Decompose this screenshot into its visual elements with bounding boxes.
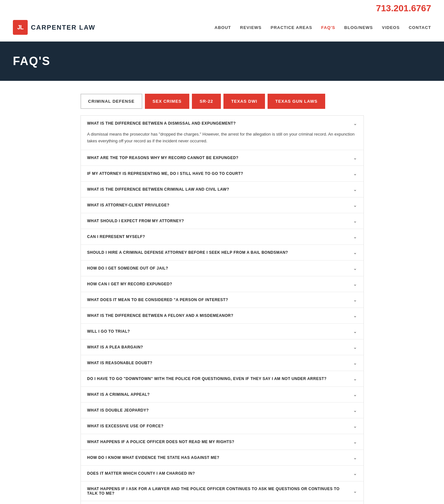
faq-item: WHAT IS THE DIFFERENCE BETWEEN CRIMINAL … — [81, 182, 364, 197]
faq-question[interactable]: WHAT IS ATTORNEY-CLIENT PRIVILEGE?⌄ — [81, 197, 364, 213]
nav-item-faq-s[interactable]: FAQ'S — [321, 25, 335, 30]
logo-icon: JL — [13, 20, 28, 35]
faq-question[interactable]: WHAT IS A PLEA BARGAIN?⌄ — [81, 339, 364, 355]
faq-item: HOW DO I KNOW WHAT EVIDENCE THE STATE HA… — [81, 450, 364, 466]
header: JL CARPENTER LAW ABOUTREVIEWSPRACTICE AR… — [0, 17, 444, 42]
nav-item-blog-news[interactable]: BLOG/NEWS — [344, 25, 373, 30]
faq-question-text: WHAT DOES IT MEAN TO BE CONSIDERED "A PE… — [87, 298, 353, 302]
faq-question[interactable]: WHAT IS DOUBLE JEOPARDY?⌄ — [81, 403, 364, 418]
faq-question[interactable]: WILL I GO TO TRIAL?⌄ — [81, 324, 364, 339]
chevron-down-icon: ⌄ — [353, 392, 357, 397]
faq-question-text: IF MY ATTORNEY IS REPRESENTING ME, DO I … — [87, 171, 353, 176]
tab-sex-crimes[interactable]: SEX CRIMES — [145, 94, 189, 109]
nav-item-reviews[interactable]: REVIEWS — [240, 25, 262, 30]
tab-texas-dwi[interactable]: TEXAS DWI — [223, 94, 265, 109]
logo-text: CARPENTER LAW — [31, 24, 95, 31]
chevron-down-icon: ⌄ — [353, 455, 357, 460]
faq-question[interactable]: DO I HAVE TO GO "DOWNTOWN" WITH THE POLI… — [81, 371, 364, 386]
chevron-down-icon: ⌄ — [353, 155, 357, 160]
chevron-down-icon: ⌄ — [353, 360, 357, 366]
faq-item: IF MY ATTORNEY IS REPRESENTING ME, DO I … — [81, 166, 364, 182]
faq-question-text: SHOULD I HIRE A CRIMINAL DEFENSE ATTORNE… — [87, 250, 353, 255]
faq-item: WHAT IS A PLEA BARGAIN?⌄ — [81, 339, 364, 355]
faq-item: WHAT IS THE DIFFERENCE BETWEEN A DISMISS… — [81, 116, 364, 150]
faq-question[interactable]: WHAT SHOULD I EXPECT FROM MY ATTORNEY?⌄ — [81, 213, 364, 229]
faq-item: WHAT ARE THE TOP REASONS WHY MY RECORD C… — [81, 150, 364, 166]
faq-item: WHAT HAPPENS IF I ASK FOR A LAWYER AND T… — [81, 481, 364, 501]
chevron-down-icon: ⌄ — [353, 203, 357, 208]
chevron-down-icon: ⌄ — [353, 250, 357, 255]
tab-texas-gun-laws[interactable]: TEXAS GUN LAWS — [268, 94, 325, 109]
faq-item: HOW DO I GET SOMEONE OUT OF JAIL?⌄ — [81, 261, 364, 276]
faq-question-text: WHAT IS DOUBLE JEOPARDY? — [87, 408, 353, 413]
chevron-down-icon: ⌄ — [353, 423, 357, 429]
faq-question-text: HOW DO I GET SOMEONE OUT OF JAIL? — [87, 266, 353, 271]
chevron-down-icon: ⌄ — [353, 171, 357, 176]
main-content: CRIMINAL DEFENSESEX CRIMESSR-22TEXAS DWI… — [74, 81, 370, 504]
faq-question[interactable]: WHAT IS REASONABLE DOUBT?⌄ — [81, 355, 364, 371]
faq-item: WHAT SHOULD I EXPECT FROM MY ATTORNEY?⌄ — [81, 213, 364, 229]
faq-question[interactable]: WHAT IS THE ROLE OF PROBABLE CAUSE WHEN … — [81, 501, 364, 504]
faq-question[interactable]: WHAT HAPPENS IF I ASK FOR A LAWYER AND T… — [81, 481, 364, 501]
faq-question[interactable]: WHAT IS A CRIMINAL APPEAL?⌄ — [81, 387, 364, 402]
faq-question[interactable]: HOW DO I KNOW WHAT EVIDENCE THE STATE HA… — [81, 450, 364, 465]
main-nav: ABOUTREVIEWSPRACTICE AREASFAQ'SBLOG/NEWS… — [214, 25, 431, 30]
faq-item: WHAT IS THE ROLE OF PROBABLE CAUSE WHEN … — [81, 501, 364, 504]
chevron-up-icon: ⌃ — [353, 121, 357, 126]
faq-question-text: DOES IT MATTER WHICH COUNTY I AM CHARGED… — [87, 471, 353, 476]
faq-question[interactable]: HOW DO I GET SOMEONE OUT OF JAIL?⌄ — [81, 261, 364, 276]
faq-item: SHOULD I HIRE A CRIMINAL DEFENSE ATTORNE… — [81, 245, 364, 261]
phone-link[interactable]: 713.201.6767 — [376, 3, 431, 14]
nav-item-contact[interactable]: CONTACT — [409, 25, 431, 30]
faq-question[interactable]: WHAT IS EXCESSIVE USE OF FORCE?⌄ — [81, 418, 364, 434]
page-title: FAQ'S — [13, 54, 431, 68]
nav-item-videos[interactable]: VIDEOS — [382, 25, 400, 30]
nav-item-about[interactable]: ABOUT — [214, 25, 231, 30]
faq-question-text: WHAT IS THE DIFFERENCE BETWEEN A DISMISS… — [87, 121, 353, 126]
tab-criminal-defense[interactable]: CRIMINAL DEFENSE — [80, 94, 142, 109]
tab-bar: CRIMINAL DEFENSESEX CRIMESSR-22TEXAS DWI… — [80, 94, 364, 109]
chevron-down-icon: ⌄ — [353, 408, 357, 413]
faq-question[interactable]: WHAT DOES IT MEAN TO BE CONSIDERED "A PE… — [81, 292, 364, 308]
page-hero: FAQ'S — [0, 42, 444, 81]
faq-question[interactable]: SHOULD I HIRE A CRIMINAL DEFENSE ATTORNE… — [81, 245, 364, 260]
nav-item-practice-areas[interactable]: PRACTICE AREAS — [271, 25, 312, 30]
faq-question[interactable]: DOES IT MATTER WHICH COUNTY I AM CHARGED… — [81, 466, 364, 481]
chevron-down-icon: ⌄ — [353, 439, 357, 444]
faq-question[interactable]: HOW CAN I GET MY RECORD EXPUNGED?⌄ — [81, 276, 364, 292]
chevron-down-icon: ⌄ — [353, 266, 357, 271]
faq-item: DO I HAVE TO GO "DOWNTOWN" WITH THE POLI… — [81, 371, 364, 387]
faq-question-text: WHAT IS THE DIFFERENCE BETWEEN A FELONY … — [87, 313, 353, 318]
faq-item: HOW CAN I GET MY RECORD EXPUNGED?⌄ — [81, 276, 364, 292]
chevron-down-icon: ⌄ — [353, 471, 357, 476]
faq-question[interactable]: WHAT HAPPENS IF A POLICE OFFICER DOES NO… — [81, 434, 364, 450]
faq-question-text: HOW CAN I GET MY RECORD EXPUNGED? — [87, 282, 353, 286]
faq-question-text: WHAT IS THE DIFFERENCE BETWEEN CRIMINAL … — [87, 187, 353, 192]
faq-question-text: HOW DO I KNOW WHAT EVIDENCE THE STATE HA… — [87, 455, 353, 460]
faq-container: WHAT IS THE DIFFERENCE BETWEEN A DISMISS… — [80, 115, 364, 504]
faq-question[interactable]: WHAT ARE THE TOP REASONS WHY MY RECORD C… — [81, 150, 364, 166]
faq-question-text: WHAT IS ATTORNEY-CLIENT PRIVILEGE? — [87, 203, 353, 207]
chevron-down-icon: ⌄ — [353, 281, 357, 287]
chevron-down-icon: ⌄ — [353, 187, 357, 192]
faq-question[interactable]: IF MY ATTORNEY IS REPRESENTING ME, DO I … — [81, 166, 364, 181]
faq-item: CAN I REPRESENT MYSELF?⌄ — [81, 229, 364, 245]
chevron-down-icon: ⌄ — [353, 329, 357, 334]
faq-item: WHAT IS REASONABLE DOUBT?⌄ — [81, 355, 364, 371]
faq-question[interactable]: WHAT IS THE DIFFERENCE BETWEEN A DISMISS… — [81, 116, 364, 131]
tab-sr-22[interactable]: SR-22 — [192, 94, 221, 109]
faq-question-text: WHAT HAPPENS IF I ASK FOR A LAWYER AND T… — [87, 487, 353, 496]
faq-item: WHAT IS A CRIMINAL APPEAL?⌄ — [81, 387, 364, 403]
chevron-down-icon: ⌄ — [353, 234, 357, 239]
faq-question-text: CAN I REPRESENT MYSELF? — [87, 234, 353, 239]
faq-question[interactable]: CAN I REPRESENT MYSELF?⌄ — [81, 229, 364, 244]
faq-question-text: WILL I GO TO TRIAL? — [87, 329, 353, 334]
top-bar: 713.201.6767 — [0, 0, 444, 17]
chevron-down-icon: ⌄ — [353, 345, 357, 350]
faq-question[interactable]: WHAT IS THE DIFFERENCE BETWEEN A FELONY … — [81, 308, 364, 323]
faq-question-text: DO I HAVE TO GO "DOWNTOWN" WITH THE POLI… — [87, 376, 353, 381]
faq-question-text: WHAT IS EXCESSIVE USE OF FORCE? — [87, 424, 353, 428]
faq-item: WHAT IS DOUBLE JEOPARDY?⌄ — [81, 403, 364, 418]
chevron-down-icon: ⌄ — [353, 313, 357, 318]
faq-question[interactable]: WHAT IS THE DIFFERENCE BETWEEN CRIMINAL … — [81, 182, 364, 197]
